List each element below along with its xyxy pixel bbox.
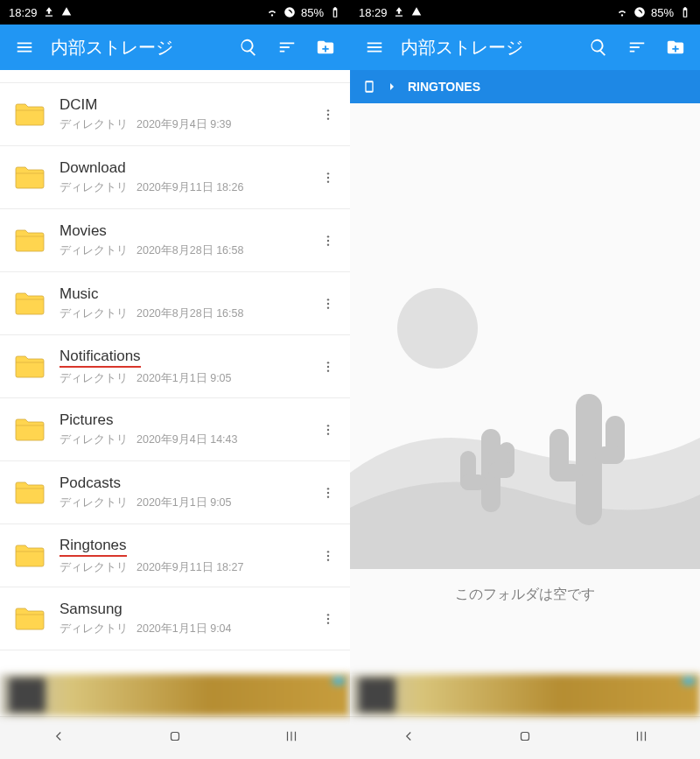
sort-icon: [277, 38, 297, 57]
row-more-button[interactable]: [313, 475, 343, 510]
folder-icon: [14, 165, 46, 191]
nav-back[interactable]: [401, 728, 416, 748]
search-icon: [589, 38, 608, 57]
search-icon: [239, 38, 258, 57]
sort-button[interactable]: [270, 30, 304, 65]
row-more-button[interactable]: [313, 538, 343, 573]
folder-name: Notifications: [60, 348, 141, 368]
folder-row[interactable]: Movies ディレクトリ2020年8月28日 16:58: [0, 209, 350, 272]
svg-point-21: [327, 551, 329, 552]
empty-folder-view: このフォルダは空です: [350, 103, 700, 674]
svg-point-17: [327, 432, 329, 434]
wifi-icon: [616, 6, 628, 18]
svg-point-25: [327, 617, 329, 619]
row-more-button[interactable]: [313, 412, 343, 447]
chevron-right-icon: [385, 80, 399, 94]
folder-meta: ディレクトリ2020年1月1日 9:04: [60, 622, 313, 636]
svg-point-24: [327, 614, 329, 615]
nav-recents[interactable]: [634, 728, 649, 748]
menu-button[interactable]: [357, 30, 392, 65]
svg-point-5: [327, 180, 329, 182]
svg-point-8: [327, 243, 329, 245]
nav-recents[interactable]: [284, 728, 299, 748]
folder-meta: ディレクトリ2020年1月1日 9:05: [60, 371, 313, 386]
folder-row[interactable]: Download ディレクトリ2020年9月11日 18:26: [0, 146, 350, 209]
svg-point-28: [397, 288, 478, 369]
folder-name: Pictures: [60, 411, 113, 429]
ad-banner[interactable]: [350, 674, 700, 716]
breadcrumb-current: RINGTONES: [408, 80, 480, 94]
nav-home[interactable]: [517, 728, 533, 748]
folder-row[interactable]: Music ディレクトリ2020年8月28日 16:58: [0, 272, 350, 335]
folder-name: Download: [60, 159, 126, 177]
folder-row[interactable]: Pictures ディレクトリ2020年9月4日 14:43: [0, 398, 350, 461]
new-folder-button[interactable]: [308, 30, 343, 65]
svg-rect-33: [488, 462, 514, 478]
folder-name: Podcasts: [60, 474, 121, 492]
folder-icon: [14, 354, 46, 380]
search-button[interactable]: [231, 30, 266, 65]
svg-point-11: [327, 306, 329, 308]
svg-point-0: [327, 109, 329, 111]
svg-point-16: [327, 428, 329, 430]
clock: 18:29: [359, 6, 388, 19]
folder-meta: ディレクトリ2020年1月1日 9:05: [60, 495, 313, 510]
breadcrumb[interactable]: RINGTONES: [350, 70, 700, 103]
folder-row[interactable]: Podcasts ディレクトリ2020年1月1日 9:05: [0, 461, 350, 524]
svg-rect-36: [550, 464, 583, 481]
hamburger-icon: [15, 38, 34, 57]
status-bar: 18:29 85%: [350, 0, 700, 25]
nav-back[interactable]: [51, 728, 66, 748]
battery-icon: [679, 6, 691, 18]
svg-point-14: [327, 369, 329, 371]
folder-row[interactable]: Samsung ディレクトリ2020年1月1日 9:04: [0, 587, 350, 650]
folder-icon: [14, 291, 46, 317]
app-bar: 内部ストレージ: [350, 25, 700, 70]
battery-percent: 85%: [301, 6, 324, 19]
folder-row[interactable]: Notifications ディレクトリ2020年1月1日 9:05: [0, 335, 350, 398]
folder-row[interactable]: DCIM ディレクトリ2020年9月4日 9:39: [0, 83, 350, 146]
nav-bar: [0, 716, 350, 759]
row-more-button[interactable]: [313, 223, 343, 258]
device-icon: [362, 80, 376, 94]
sort-button[interactable]: [620, 30, 654, 65]
folder-meta: ディレクトリ2020年8月28日 16:58: [60, 306, 313, 321]
folder-icon: [14, 543, 46, 569]
svg-point-7: [327, 239, 329, 241]
partial-row-top: [0, 70, 350, 83]
svg-point-13: [327, 365, 329, 367]
row-more-button[interactable]: [313, 349, 343, 384]
svg-point-18: [327, 488, 329, 489]
drive-icon: [60, 6, 73, 18]
row-more-button[interactable]: [313, 601, 343, 636]
new-folder-icon: [666, 38, 685, 57]
download-done-icon: [43, 6, 55, 18]
svg-point-26: [327, 622, 329, 623]
ad-banner[interactable]: [0, 674, 350, 716]
folder-meta: ディレクトリ2020年9月11日 18:27: [60, 560, 313, 575]
clock: 18:29: [9, 6, 38, 19]
svg-point-4: [327, 176, 329, 178]
folder-name: Samsung: [60, 601, 122, 618]
sort-icon: [627, 38, 647, 57]
nav-home[interactable]: [167, 728, 183, 748]
app-title: 内部ストレージ: [46, 36, 228, 60]
status-bar: 18:29 85%: [0, 0, 350, 25]
row-more-button[interactable]: [313, 286, 343, 321]
folder-name: Ringtones: [60, 537, 127, 557]
row-more-button[interactable]: [313, 97, 343, 132]
battery-percent: 85%: [651, 6, 674, 19]
new-folder-button[interactable]: [658, 30, 693, 65]
folder-list[interactable]: DCIM ディレクトリ2020年9月4日 9:39 Download ディレクト…: [0, 70, 350, 674]
svg-rect-38: [595, 446, 625, 464]
svg-point-19: [327, 491, 329, 493]
nav-bar: [350, 716, 700, 759]
folder-meta: ディレクトリ2020年8月28日 16:58: [60, 243, 313, 258]
folder-name: Movies: [60, 222, 107, 240]
row-more-button[interactable]: [313, 160, 343, 195]
search-button[interactable]: [581, 30, 616, 65]
menu-button[interactable]: [7, 30, 42, 65]
folder-row[interactable]: Ringtones ディレクトリ2020年9月11日 18:27: [0, 524, 350, 587]
wifi-icon: [266, 6, 278, 18]
svg-rect-31: [460, 474, 486, 490]
